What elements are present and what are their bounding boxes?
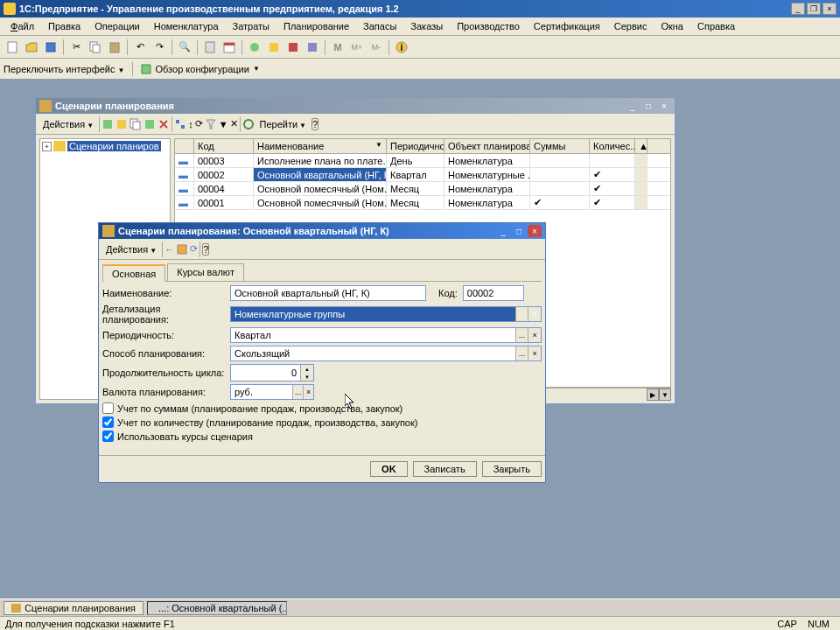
list-help-icon[interactable]: ? [312, 118, 318, 130]
undo-icon[interactable]: ↶ [131, 38, 149, 56]
config-overview-button[interactable]: Обзор конфигурации ▼ [140, 63, 260, 75]
cycle-up-button[interactable]: ▲ [301, 365, 313, 373]
list-refresh-icon[interactable]: ⟳ [195, 118, 203, 130]
dialog-refresh-icon[interactable]: ⟳ [190, 243, 198, 255]
menu-certification[interactable]: Сертификация [527, 19, 607, 33]
table-row[interactable]: ▬00002Основной квартальный (НГ, К)Кварта… [175, 168, 670, 182]
list-maximize-button[interactable]: □ [641, 100, 655, 112]
period-clear-button[interactable]: × [528, 328, 541, 342]
list-delete-icon[interactable] [158, 118, 170, 130]
list-filter-icon[interactable] [205, 118, 217, 130]
menu-stocks[interactable]: Запасы [356, 19, 403, 33]
list-goto-menu[interactable]: Перейти▼ [256, 119, 311, 130]
calendar-icon[interactable] [220, 38, 238, 56]
period-input[interactable] [231, 328, 515, 342]
rates-checkbox[interactable] [102, 430, 114, 442]
table-row[interactable]: ▬00003Исполнение плана по плате...ДеньНо… [175, 154, 670, 168]
dialog-prev-icon[interactable]: ← [164, 244, 174, 255]
table-row[interactable]: ▬00001Основной помесячный (Ном...МесяцНо… [175, 196, 670, 210]
cycle-down-button[interactable]: ▼ [301, 373, 313, 381]
dialog-help-icon[interactable]: ? [202, 243, 209, 256]
toolbar-misc-1[interactable] [246, 38, 263, 56]
calc-icon[interactable] [201, 38, 219, 56]
menu-operations[interactable]: Операции [88, 19, 146, 33]
menu-file[interactable]: Файл [4, 19, 41, 33]
toolbar-mminus[interactable]: M- [368, 38, 385, 56]
method-input[interactable] [231, 346, 515, 360]
col-code[interactable]: Код [194, 139, 254, 153]
col-name[interactable]: Наименование▼ [254, 139, 387, 153]
col-period[interactable]: Периодично... [387, 139, 444, 153]
tab-rates[interactable]: Курсы валют [167, 263, 244, 281]
toolbar-m[interactable]: M [329, 38, 346, 56]
list-edit-icon[interactable] [144, 118, 156, 130]
list-hierarchy-icon[interactable] [174, 118, 186, 130]
currency-select-button[interactable]: ... [292, 385, 303, 399]
sums-checkbox[interactable] [102, 402, 114, 414]
method-clear-button[interactable]: × [528, 346, 541, 360]
expand-icon[interactable]: + [42, 142, 52, 151]
new-icon[interactable] [4, 38, 21, 56]
cut-icon[interactable]: ✂ [67, 38, 85, 56]
col-qty[interactable]: Количес... [590, 139, 635, 153]
detail-input[interactable] [231, 307, 515, 321]
list-close-button[interactable]: × [657, 100, 671, 112]
toolbar-misc-4[interactable] [304, 38, 321, 56]
currency-clear-button[interactable]: × [303, 385, 313, 399]
list-actions-menu[interactable]: Действия▼ [39, 119, 97, 130]
list-minimize-button[interactable]: _ [626, 100, 640, 112]
qty-checkbox[interactable] [102, 416, 114, 428]
menu-orders[interactable]: Заказы [403, 19, 450, 33]
col-object[interactable]: Объект планирова... [444, 139, 530, 153]
currency-input[interactable] [231, 385, 292, 399]
menu-edit[interactable]: Правка [41, 19, 88, 33]
dialog-minimize-button[interactable]: _ [496, 225, 510, 237]
list-addgroup-icon[interactable] [116, 118, 128, 130]
code-input[interactable] [464, 286, 523, 300]
list-sort-icon[interactable]: ▼ [219, 119, 228, 130]
open-icon[interactable] [23, 38, 40, 56]
redo-icon[interactable]: ↷ [150, 38, 168, 56]
method-select-button[interactable]: ... [515, 346, 528, 360]
menu-nomenclature[interactable]: Номенклатура [147, 19, 226, 33]
restore-button[interactable]: ❐ [807, 3, 821, 15]
menu-windows[interactable]: Окна [654, 19, 690, 33]
col-sums[interactable]: Суммы [530, 139, 590, 153]
list-refresh2-icon[interactable] [242, 118, 255, 130]
taskbar-item-dialog[interactable]: ...: Основной квартальный (... [147, 601, 287, 615]
switch-interface-button[interactable]: Переключить интерфейс ▼ [4, 64, 125, 74]
list-clear-icon[interactable]: ✕ [230, 118, 238, 130]
menu-costs[interactable]: Затраты [226, 19, 277, 33]
close-button[interactable]: × [822, 3, 836, 15]
dialog-close-button[interactable]: × [528, 225, 542, 237]
ok-button[interactable]: OK [370, 461, 408, 477]
menu-planning[interactable]: Планирование [276, 19, 356, 33]
list-window-titlebar[interactable]: Сценарии планирования _ □ × [36, 98, 675, 114]
scroll-down-icon[interactable]: ▼ [659, 388, 671, 401]
menu-service[interactable]: Сервис [607, 19, 654, 33]
list-add-icon[interactable] [102, 118, 114, 130]
dialog-maximize-button[interactable]: □ [512, 225, 526, 237]
toolbar-mplus[interactable]: M+ [348, 38, 366, 56]
minimize-button[interactable]: _ [791, 3, 805, 15]
table-row[interactable]: ▬00004Основной помесячный (Ном...МесяцНо… [175, 182, 670, 196]
help-icon[interactable]: i [393, 38, 410, 56]
menu-production[interactable]: Производство [450, 19, 527, 33]
find-icon[interactable]: 🔍 [176, 38, 193, 56]
name-input[interactable] [231, 286, 425, 300]
col-marker[interactable] [175, 139, 194, 153]
tab-main[interactable]: Основная [102, 264, 165, 282]
toolbar-misc-3[interactable] [284, 38, 302, 56]
dialog-copy-icon[interactable] [176, 243, 188, 256]
list-move-icon[interactable]: ↕ [188, 119, 193, 130]
tree-root-item[interactable]: + Сценарии планиров [40, 139, 170, 153]
save-button[interactable]: Записать [413, 461, 477, 477]
paste-icon[interactable] [106, 38, 123, 56]
taskbar-item-list[interactable]: Сценарии планирования [4, 601, 144, 615]
scroll-right-icon[interactable]: ▶ [647, 388, 659, 401]
col-scroll[interactable]: ▲ [635, 139, 648, 153]
cancel-button[interactable]: Закрыть [482, 461, 542, 477]
detail-clear-button[interactable]: × [528, 307, 541, 321]
list-copy-icon[interactable] [130, 118, 142, 130]
save-icon[interactable] [42, 38, 60, 56]
